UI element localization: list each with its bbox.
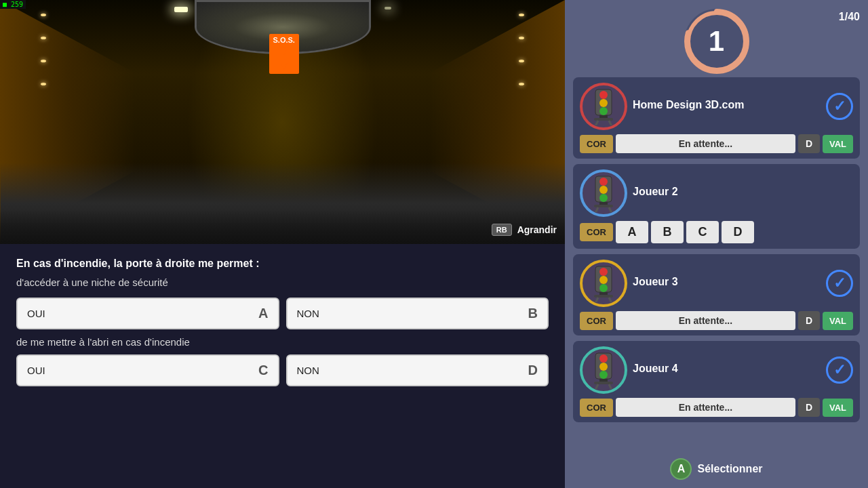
svg-point-21 (599, 284, 608, 292)
answer-d-letter: D (519, 363, 538, 378)
answer-d-text: NON (297, 365, 319, 376)
player-2-avatar (580, 169, 627, 217)
player-4-actions: COR En attente... D VAL (580, 398, 853, 417)
player-2-info: Joueur 2 (633, 186, 853, 201)
agrandir-button[interactable]: RB Agrandir (492, 224, 557, 236)
player-3-name: Joueur 3 (633, 276, 821, 288)
choice-c-btn[interactable]: C (686, 221, 719, 243)
svg-point-5 (599, 107, 608, 115)
player-2-name: Joueur 2 (633, 186, 853, 198)
right-panel: 1 1/40 (565, 0, 868, 488)
dashboard-top (0, 210, 565, 244)
tunnel-image: S.O.S. ▼ RB Agrandir (0, 0, 565, 244)
svg-point-13 (599, 194, 608, 202)
player-1-d-btn[interactable]: D (798, 134, 820, 153)
right-light-2 (519, 37, 524, 39)
player-1-cor-btn[interactable]: COR (580, 135, 613, 153)
left-light-4 (41, 83, 46, 85)
question-number: 1 (709, 25, 724, 58)
svg-point-20 (599, 276, 608, 284)
question-sub2: de me mettre à l'abri en cas d'incendie (16, 336, 549, 348)
choice-d-btn[interactable]: D (722, 221, 754, 243)
player-1-name: Home Design 3D.com (633, 99, 821, 111)
player-4-checkmark: ✓ (826, 357, 853, 384)
ceiling-light-1 (174, 7, 188, 12)
player-3-info: Joueur 3 (633, 276, 821, 291)
answer-c-text: OUI (27, 365, 45, 376)
agrandir-label: Agrandir (517, 224, 557, 235)
svg-line-24 (595, 298, 598, 302)
player-1-avatar (580, 83, 627, 130)
answer-b[interactable]: NON B (286, 298, 549, 329)
question-main: En cas d'incendie, la porte à droite me … (16, 256, 549, 271)
svg-line-33 (609, 384, 612, 389)
answer-a-text: OUI (27, 308, 45, 319)
svg-point-3 (599, 91, 608, 99)
traffic-light-icon-2 (590, 175, 617, 212)
player-4-d-btn[interactable]: D (798, 398, 820, 417)
player-2-cor-btn[interactable]: COR (580, 223, 613, 241)
player-2-choices: COR A B C D (580, 221, 853, 243)
svg-point-12 (599, 186, 608, 194)
traffic-light-icon-1 (590, 88, 617, 125)
answers-grid-2: OUI C NON D (16, 354, 549, 386)
ceiling-light-5 (384, 7, 391, 9)
svg-rect-15 (594, 205, 613, 207)
left-panel: S.O.S. ▼ RB Agrandir En cas d'incendie, … (0, 0, 565, 488)
player-card-1: Home Design 3D.com ✓ COR En attente... D… (573, 77, 860, 159)
answers-grid-1: OUI A NON B (16, 298, 549, 329)
choice-a-btn[interactable]: A (616, 221, 648, 243)
answer-b-text: NON (297, 308, 319, 319)
choice-b-btn[interactable]: B (651, 221, 684, 243)
player-4-row: Joueur 4 ✓ (580, 346, 853, 394)
player-2-row: Joueur 2 (580, 169, 853, 217)
player-4-waiting-btn[interactable]: En attente... (616, 398, 795, 417)
answer-a-letter: A (250, 306, 269, 321)
sos-text: S.O.S. (273, 36, 295, 44)
player-card-3: Joueur 3 ✓ COR En attente... D VAL (573, 254, 860, 336)
player-3-cor-btn[interactable]: COR (580, 312, 613, 330)
answer-c-letter: C (250, 363, 269, 378)
svg-rect-23 (594, 295, 613, 298)
question-counter: 1 (686, 11, 747, 72)
a-circle-button[interactable]: A (670, 458, 692, 480)
svg-rect-7 (594, 118, 613, 121)
selector-label: Sélectionner (697, 463, 762, 475)
player-1-checkmark: ✓ (826, 93, 853, 120)
right-light-3 (519, 60, 524, 62)
left-light-2 (41, 37, 46, 39)
fps-value: 259 (11, 1, 23, 8)
answer-a[interactable]: OUI A (16, 298, 279, 329)
player-4-val-btn[interactable]: VAL (823, 399, 853, 417)
rb-badge: RB (492, 224, 512, 236)
player-1-row: Home Design 3D.com ✓ (580, 83, 853, 130)
traffic-light-icon-4 (590, 352, 617, 389)
sos-sign: S.O.S. ▼ (269, 34, 299, 74)
total-label: 1/40 (839, 11, 860, 23)
player-4-cor-btn[interactable]: COR (580, 399, 613, 417)
player-3-d-btn[interactable]: D (798, 311, 820, 330)
left-light-1 (41, 14, 46, 16)
fps-counter: ■ 259 (0, 0, 26, 9)
question-sub1: d'accéder à une niche de sécurité (16, 277, 549, 288)
svg-point-11 (599, 178, 608, 186)
player-1-waiting-btn[interactable]: En attente... (616, 134, 795, 153)
players-list: Home Design 3D.com ✓ COR En attente... D… (573, 77, 860, 453)
a-circle-label: A (677, 463, 686, 475)
player-3-avatar (580, 260, 627, 307)
svg-point-4 (599, 99, 608, 107)
fps-label: ■ (3, 1, 11, 8)
player-4-avatar (580, 346, 627, 394)
counter-area: 1 1/40 (573, 11, 860, 72)
player-4-info: Joueur 4 (633, 363, 821, 378)
answer-c[interactable]: OUI C (16, 354, 279, 386)
svg-line-16 (595, 207, 598, 212)
tunnel-right-lights (519, 14, 524, 85)
svg-line-8 (595, 121, 598, 125)
player-1-val-btn[interactable]: VAL (823, 135, 853, 153)
player-card-4: Joueur 4 ✓ COR En attente... D VAL (573, 341, 860, 422)
player-3-val-btn[interactable]: VAL (823, 312, 853, 330)
answer-d[interactable]: NON D (286, 354, 549, 386)
player-3-waiting-btn[interactable]: En attente... (616, 311, 795, 330)
player-4-name: Joueur 4 (633, 363, 821, 375)
